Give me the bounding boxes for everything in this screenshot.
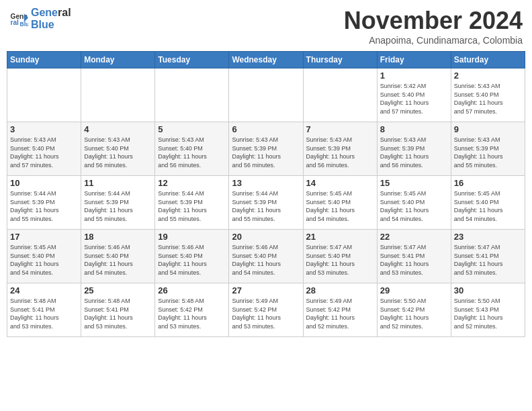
day-info: Sunrise: 5:46 AM Sunset: 5:40 PM Dayligh… xyxy=(84,243,152,277)
day-info: Sunrise: 5:44 AM Sunset: 5:39 PM Dayligh… xyxy=(232,189,300,223)
weekday-header-saturday: Saturday xyxy=(451,52,525,68)
weekday-header-sunday: Sunday xyxy=(7,52,81,68)
svg-text:Blue: Blue xyxy=(20,20,28,27)
calendar-cell: 13Sunrise: 5:44 AM Sunset: 5:39 PM Dayli… xyxy=(229,176,303,230)
day-number: 20 xyxy=(232,232,300,242)
day-info: Sunrise: 5:45 AM Sunset: 5:40 PM Dayligh… xyxy=(306,189,374,223)
day-info: Sunrise: 5:50 AM Sunset: 5:43 PM Dayligh… xyxy=(454,297,522,330)
calendar-cell: 2Sunrise: 5:43 AM Sunset: 5:40 PM Daylig… xyxy=(451,68,525,122)
day-number: 23 xyxy=(454,232,522,242)
calendar-cell: 7Sunrise: 5:43 AM Sunset: 5:39 PM Daylig… xyxy=(303,122,377,176)
day-info: Sunrise: 5:43 AM Sunset: 5:39 PM Dayligh… xyxy=(232,136,300,169)
calendar-cell: 22Sunrise: 5:47 AM Sunset: 5:41 PM Dayli… xyxy=(377,230,451,283)
calendar-week-1: 3Sunrise: 5:43 AM Sunset: 5:40 PM Daylig… xyxy=(7,122,525,176)
day-info: Sunrise: 5:43 AM Sunset: 5:40 PM Dayligh… xyxy=(84,136,152,169)
day-number: 17 xyxy=(10,232,78,242)
day-info: Sunrise: 5:44 AM Sunset: 5:39 PM Dayligh… xyxy=(10,189,78,223)
day-number: 22 xyxy=(380,232,448,242)
day-number: 7 xyxy=(306,124,374,134)
day-number: 12 xyxy=(158,178,226,188)
calendar-cell: 21Sunrise: 5:47 AM Sunset: 5:40 PM Dayli… xyxy=(303,230,377,283)
day-number: 11 xyxy=(84,178,152,188)
calendar-week-3: 17Sunrise: 5:45 AM Sunset: 5:40 PM Dayli… xyxy=(7,230,525,283)
day-info: Sunrise: 5:43 AM Sunset: 5:40 PM Dayligh… xyxy=(454,82,522,116)
calendar-cell: 17Sunrise: 5:45 AM Sunset: 5:40 PM Dayli… xyxy=(7,230,81,283)
weekday-header-wednesday: Wednesday xyxy=(229,52,303,68)
day-number: 21 xyxy=(306,232,374,242)
calendar-cell: 6Sunrise: 5:43 AM Sunset: 5:39 PM Daylig… xyxy=(229,122,303,176)
day-info: Sunrise: 5:46 AM Sunset: 5:40 PM Dayligh… xyxy=(232,243,300,277)
calendar-table: SundayMondayTuesdayWednesdayThursdayFrid… xyxy=(7,51,525,337)
calendar-cell: 18Sunrise: 5:46 AM Sunset: 5:40 PM Dayli… xyxy=(81,230,155,283)
day-info: Sunrise: 5:43 AM Sunset: 5:40 PM Dayligh… xyxy=(10,136,78,169)
day-number: 13 xyxy=(232,178,300,188)
day-info: Sunrise: 5:45 AM Sunset: 5:40 PM Dayligh… xyxy=(10,243,78,277)
day-number: 3 xyxy=(10,124,78,134)
logo: Gene ral Blue GeneralBlue xyxy=(9,7,71,30)
day-info: Sunrise: 5:43 AM Sunset: 5:39 PM Dayligh… xyxy=(380,136,448,169)
calendar-cell: 19Sunrise: 5:46 AM Sunset: 5:40 PM Dayli… xyxy=(155,230,229,283)
calendar-cell xyxy=(81,68,155,122)
calendar-cell: 5Sunrise: 5:43 AM Sunset: 5:40 PM Daylig… xyxy=(155,122,229,176)
page-header: Gene ral Blue GeneralBlue November 2024 … xyxy=(7,7,525,46)
calendar-cell: 27Sunrise: 5:49 AM Sunset: 5:42 PM Dayli… xyxy=(229,283,303,337)
calendar-cell: 25Sunrise: 5:48 AM Sunset: 5:41 PM Dayli… xyxy=(81,283,155,337)
day-info: Sunrise: 5:46 AM Sunset: 5:40 PM Dayligh… xyxy=(158,243,226,277)
day-info: Sunrise: 5:48 AM Sunset: 5:42 PM Dayligh… xyxy=(158,297,226,330)
day-info: Sunrise: 5:44 AM Sunset: 5:39 PM Dayligh… xyxy=(158,189,226,223)
day-number: 29 xyxy=(380,285,448,295)
calendar-week-2: 10Sunrise: 5:44 AM Sunset: 5:39 PM Dayli… xyxy=(7,176,525,230)
calendar-cell: 8Sunrise: 5:43 AM Sunset: 5:39 PM Daylig… xyxy=(377,122,451,176)
weekday-header-friday: Friday xyxy=(377,52,451,68)
day-info: Sunrise: 5:43 AM Sunset: 5:39 PM Dayligh… xyxy=(454,136,522,169)
day-number: 16 xyxy=(454,178,522,188)
calendar-week-4: 24Sunrise: 5:48 AM Sunset: 5:41 PM Dayli… xyxy=(7,283,525,337)
calendar-body: 1Sunrise: 5:42 AM Sunset: 5:40 PM Daylig… xyxy=(7,68,525,337)
day-info: Sunrise: 5:50 AM Sunset: 5:42 PM Dayligh… xyxy=(380,297,448,330)
logo-icon: Gene ral Blue xyxy=(9,9,28,28)
day-info: Sunrise: 5:45 AM Sunset: 5:40 PM Dayligh… xyxy=(454,189,522,223)
calendar-cell: 26Sunrise: 5:48 AM Sunset: 5:42 PM Dayli… xyxy=(155,283,229,337)
day-info: Sunrise: 5:48 AM Sunset: 5:41 PM Dayligh… xyxy=(10,297,78,330)
day-info: Sunrise: 5:49 AM Sunset: 5:42 PM Dayligh… xyxy=(306,297,374,330)
day-number: 10 xyxy=(10,178,78,188)
calendar-cell: 12Sunrise: 5:44 AM Sunset: 5:39 PM Dayli… xyxy=(155,176,229,230)
calendar-week-0: 1Sunrise: 5:42 AM Sunset: 5:40 PM Daylig… xyxy=(7,68,525,122)
day-number: 27 xyxy=(232,285,300,295)
day-info: Sunrise: 5:49 AM Sunset: 5:42 PM Dayligh… xyxy=(232,297,300,330)
day-info: Sunrise: 5:45 AM Sunset: 5:40 PM Dayligh… xyxy=(380,189,448,223)
day-number: 30 xyxy=(454,285,522,295)
logo-text: GeneralBlue xyxy=(31,7,71,30)
day-info: Sunrise: 5:47 AM Sunset: 5:41 PM Dayligh… xyxy=(454,243,522,277)
day-info: Sunrise: 5:48 AM Sunset: 5:41 PM Dayligh… xyxy=(84,297,152,330)
calendar-cell: 9Sunrise: 5:43 AM Sunset: 5:39 PM Daylig… xyxy=(451,122,525,176)
day-info: Sunrise: 5:43 AM Sunset: 5:39 PM Dayligh… xyxy=(306,136,374,169)
day-number: 18 xyxy=(84,232,152,242)
day-number: 28 xyxy=(306,285,374,295)
calendar-cell: 3Sunrise: 5:43 AM Sunset: 5:40 PM Daylig… xyxy=(7,122,81,176)
calendar-cell: 15Sunrise: 5:45 AM Sunset: 5:40 PM Dayli… xyxy=(377,176,451,230)
calendar-cell: 29Sunrise: 5:50 AM Sunset: 5:42 PM Dayli… xyxy=(377,283,451,337)
calendar-cell: 24Sunrise: 5:48 AM Sunset: 5:41 PM Dayli… xyxy=(7,283,81,337)
day-number: 4 xyxy=(84,124,152,134)
day-number: 5 xyxy=(158,124,226,134)
calendar-cell: 23Sunrise: 5:47 AM Sunset: 5:41 PM Dayli… xyxy=(451,230,525,283)
day-number: 24 xyxy=(10,285,78,295)
calendar-cell: 14Sunrise: 5:45 AM Sunset: 5:40 PM Dayli… xyxy=(303,176,377,230)
calendar-cell xyxy=(155,68,229,122)
weekday-header-tuesday: Tuesday xyxy=(155,52,229,68)
day-info: Sunrise: 5:44 AM Sunset: 5:39 PM Dayligh… xyxy=(84,189,152,223)
location: Anapoima, Cundinamarca, Colombia xyxy=(344,35,523,46)
day-number: 9 xyxy=(454,124,522,134)
weekday-header-row: SundayMondayTuesdayWednesdayThursdayFrid… xyxy=(7,52,525,68)
title-block: November 2024 Anapoima, Cundinamarca, Co… xyxy=(344,7,523,46)
calendar-cell: 11Sunrise: 5:44 AM Sunset: 5:39 PM Dayli… xyxy=(81,176,155,230)
day-info: Sunrise: 5:47 AM Sunset: 5:40 PM Dayligh… xyxy=(306,243,374,277)
weekday-header-monday: Monday xyxy=(81,52,155,68)
calendar-cell: 20Sunrise: 5:46 AM Sunset: 5:40 PM Dayli… xyxy=(229,230,303,283)
day-number: 15 xyxy=(380,178,448,188)
calendar-cell xyxy=(303,68,377,122)
day-number: 6 xyxy=(232,124,300,134)
day-number: 2 xyxy=(454,71,522,81)
logo-blue: Blue xyxy=(31,19,54,30)
